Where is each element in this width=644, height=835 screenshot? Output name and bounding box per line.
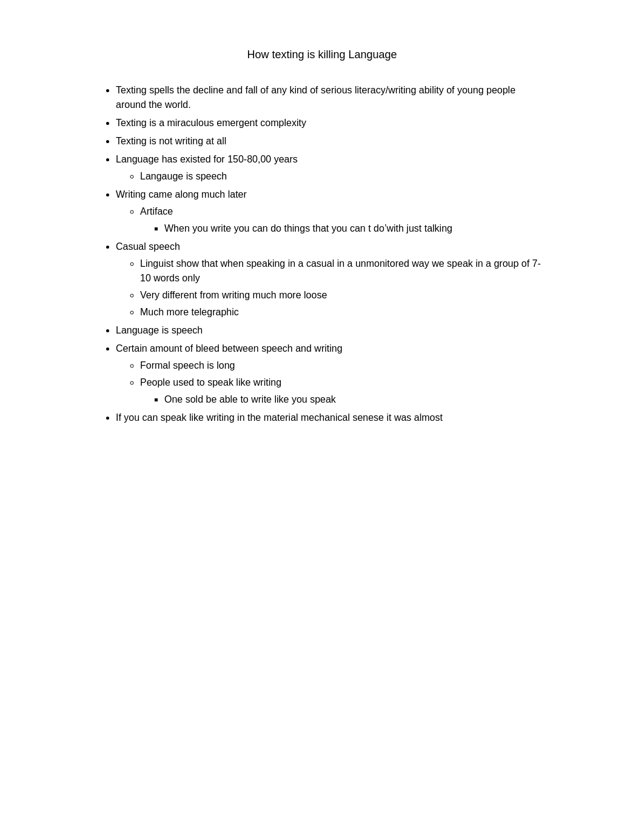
sub-list: Artiface When you write you can do thing…: [116, 204, 546, 236]
list-item: Language has existed for 150-80,00 years…: [116, 152, 546, 184]
list-item: Texting spells the decline and fall of a…: [116, 83, 546, 112]
page-title: How texting is killing Language: [98, 49, 546, 61]
item-text: When you write you can do things that yo…: [164, 223, 452, 233]
item-text: Language has existed for 150-80,00 years: [116, 154, 298, 164]
list-item: Langauge is speech: [140, 169, 546, 184]
list-item: Language is speech: [116, 323, 546, 338]
item-text: Linguist show that when speaking in a ca…: [140, 258, 541, 283]
item-text: One sold be able to write like you speak: [164, 394, 336, 404]
sub-sub-list: When you write you can do things that yo…: [140, 221, 546, 236]
item-text: Certain amount of bleed between speech a…: [116, 343, 343, 354]
list-item: When you write you can do things that yo…: [164, 221, 546, 236]
item-text: Very different from writing much more lo…: [140, 290, 327, 300]
sub-list: Formal speech is long People used to spe…: [116, 358, 546, 407]
list-item: Artiface When you write you can do thing…: [140, 204, 546, 236]
list-item: Much more telegraphic: [140, 305, 546, 320]
item-text: Casual speech: [116, 241, 180, 252]
item-text: Texting is not writing at all: [116, 136, 226, 146]
list-item: Casual speech Linguist show that when sp…: [116, 240, 546, 320]
item-text: Formal speech is long: [140, 360, 235, 371]
list-item: Texting is not writing at all: [116, 134, 546, 149]
item-text: Much more telegraphic: [140, 307, 239, 317]
list-item: Very different from writing much more lo…: [140, 288, 546, 303]
item-text: Langauge is speech: [140, 171, 227, 181]
main-list: Texting spells the decline and fall of a…: [98, 83, 546, 425]
list-item: If you can speak like writing in the mat…: [116, 411, 546, 425]
page-container: How texting is killing Language Texting …: [61, 0, 583, 477]
item-text: Artiface: [140, 206, 173, 216]
item-text: Texting is a miraculous emergent complex…: [116, 118, 306, 128]
sub-list: Linguist show that when speaking in a ca…: [116, 257, 546, 320]
list-item: Formal speech is long: [140, 358, 546, 373]
item-text: Texting spells the decline and fall of a…: [116, 85, 515, 110]
list-item: People used to speak like writing One so…: [140, 375, 546, 407]
list-item: Linguist show that when speaking in a ca…: [140, 257, 546, 286]
list-item: Certain amount of bleed between speech a…: [116, 341, 546, 407]
sub-list: Langauge is speech: [116, 169, 546, 184]
item-text: People used to speak like writing: [140, 377, 281, 387]
list-item: Writing came along much later Artiface W…: [116, 187, 546, 236]
sub-sub-list: One sold be able to write like you speak: [140, 392, 546, 407]
item-text: Writing came along much later: [116, 189, 247, 200]
item-text: If you can speak like writing in the mat…: [116, 412, 443, 423]
list-item: Texting is a miraculous emergent complex…: [116, 116, 546, 130]
item-text: Language is speech: [116, 325, 203, 335]
list-item: One sold be able to write like you speak: [164, 392, 546, 407]
